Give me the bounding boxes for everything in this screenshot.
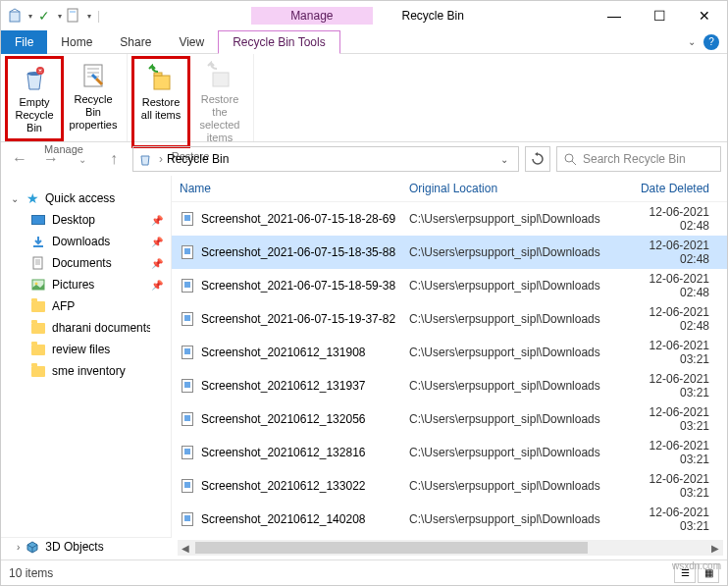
file-row[interactable]: Screenshot_20210612_132816C:\Users\erpsu… (172, 436, 727, 469)
file-date: 12-06-2021 02:48 (625, 239, 719, 266)
file-location: C:\Users\erpsupport_sipl\Downloads (409, 245, 625, 259)
nav-quick-access[interactable]: ⌄ ★ Quick access (1, 187, 171, 209)
file-location: C:\Users\erpsupport_sipl\Downloads (409, 312, 625, 326)
nav-review[interactable]: review files (1, 339, 171, 360)
file-icon (180, 445, 195, 460)
nav-pictures[interactable]: Pictures 📌 (1, 274, 171, 295)
file-name: Screenshot_2021-06-07-15-18-28-69 (201, 212, 409, 226)
search-box[interactable]: Search Recycle Bin (556, 146, 721, 172)
address-bin-icon (137, 151, 153, 167)
file-tab[interactable]: File (1, 30, 47, 54)
file-location: C:\Users\erpsupport_sipl\Downloads (409, 279, 625, 293)
qat-separator: | (97, 9, 100, 23)
scroll-right-button[interactable]: ▶ (707, 543, 723, 554)
file-row[interactable]: Screenshot_20210612_131908C:\Users\erpsu… (172, 336, 727, 369)
ribbon: Empty Recycle Bin Recycle Bin properties… (1, 54, 727, 142)
column-name[interactable]: Name (180, 182, 409, 195)
file-row[interactable]: Screenshot_20210612_133022C:\Users\erpsu… (172, 469, 727, 503)
svg-point-9 (565, 154, 573, 162)
maximize-button[interactable]: ☐ (637, 1, 682, 30)
share-tab[interactable]: Share (106, 31, 165, 53)
chevron-right-icon[interactable]: › (17, 542, 20, 553)
empty-bin-label: Empty Recycle Bin (10, 96, 59, 134)
nav-label: Documents (52, 256, 112, 270)
recycle-bin-properties-button[interactable]: Recycle Bin properties (64, 56, 123, 141)
nav-3d-objects[interactable]: › 3D Objects (1, 537, 172, 556)
file-name: Screenshot_20210612_131937 (201, 379, 409, 393)
file-name: Screenshot_2021-06-07-15-19-37-82 (201, 312, 409, 326)
file-location: C:\Users\erpsupport_sipl\Downloads (409, 379, 625, 393)
back-button[interactable]: ← (7, 146, 32, 172)
file-icon (180, 478, 195, 494)
qat-customize-dropdown[interactable]: ▾ (87, 12, 91, 21)
file-icon (180, 345, 195, 360)
main-area: ⌄ ★ Quick access Desktop 📌 Downloads 📌 D… (1, 176, 727, 555)
refresh-button[interactable] (525, 146, 550, 172)
scroll-thumb[interactable] (195, 542, 588, 554)
file-name: Screenshot_2021-06-07-15-18-35-88 (201, 245, 409, 259)
file-row[interactable]: Screenshot_2021-06-07-15-18-35-88C:\User… (172, 236, 727, 269)
address-box[interactable]: › Recycle Bin ⌄ (132, 146, 519, 172)
svg-rect-2 (70, 11, 76, 13)
folder-icon (30, 342, 46, 357)
pictures-icon (30, 277, 46, 293)
nav-label: 3D Objects (45, 540, 103, 554)
file-row[interactable]: Screenshot_2021-06-07-15-18-59-38C:\User… (172, 269, 727, 302)
restore-selected-button: Restore the selected items (190, 56, 249, 148)
qat-doc-icon[interactable] (64, 6, 83, 26)
chevron-down-icon[interactable]: ⌄ (11, 193, 21, 204)
nav-sme[interactable]: sme inventory (1, 360, 171, 382)
address-location: Recycle Bin (167, 152, 494, 166)
qat-check-dropdown[interactable]: ▾ (58, 12, 62, 21)
empty-recycle-bin-button[interactable]: Empty Recycle Bin (5, 56, 64, 141)
column-date[interactable]: Date Deleted (625, 182, 719, 195)
file-location: C:\Users\erpsupport_sipl\Downloads (409, 479, 625, 493)
svg-rect-10 (33, 257, 42, 269)
address-dropdown[interactable]: ⌄ (494, 154, 514, 165)
file-location: C:\Users\erpsupport_sipl\Downloads (409, 412, 625, 426)
svg-rect-7 (154, 73, 162, 76)
qat-bin-icon[interactable] (5, 6, 25, 26)
view-tab[interactable]: View (165, 31, 218, 53)
file-row[interactable]: Screenshot_20210612_140208C:\Users\erpsu… (172, 503, 727, 536)
restore-selected-icon (204, 60, 235, 91)
home-tab[interactable]: Home (47, 31, 106, 53)
close-button[interactable]: ✕ (682, 1, 727, 30)
nav-downloads[interactable]: Downloads 📌 (1, 231, 171, 252)
nav-documents[interactable]: Documents 📌 (1, 252, 171, 274)
navigation-pane: ⌄ ★ Quick access Desktop 📌 Downloads 📌 D… (1, 176, 172, 555)
file-date: 12-06-2021 03:21 (625, 506, 719, 533)
nav-label: Quick access (45, 191, 115, 205)
nav-desktop[interactable]: Desktop 📌 (1, 209, 171, 231)
folder-icon (30, 363, 46, 379)
file-row[interactable]: Screenshot_2021-06-07-15-18-28-69C:\User… (172, 202, 727, 236)
file-row[interactable]: Screenshot_20210612_131937C:\Users\erpsu… (172, 369, 727, 402)
pin-icon: 📌 (151, 258, 163, 269)
file-row[interactable]: Screenshot_2021-06-07-15-19-37-82C:\User… (172, 302, 727, 336)
minimize-button[interactable]: — (592, 1, 637, 30)
recycle-bin-tools-tab[interactable]: Recycle Bin Tools (218, 30, 340, 54)
search-icon (563, 152, 577, 166)
file-name: Screenshot_2021-06-07-15-18-59-38 (201, 279, 409, 293)
column-headers: Name Original Location Date Deleted (172, 176, 727, 202)
file-date: 12-06-2021 02:48 (625, 272, 719, 299)
help-button[interactable]: ? (703, 34, 719, 50)
qat-bin-dropdown[interactable]: ▾ (28, 12, 32, 21)
file-name: Screenshot_20210612_132816 (201, 446, 409, 459)
quick-access-toolbar: ▾ ✓ ▾ ▾ | (1, 6, 108, 26)
ribbon-group-manage: Empty Recycle Bin Recycle Bin properties… (1, 54, 128, 141)
nav-afp[interactable]: AFP (1, 295, 171, 317)
restore-all-button[interactable]: Restore all items (131, 56, 190, 148)
collapse-ribbon-button[interactable]: ⌄ (688, 36, 696, 47)
nav-dharani[interactable]: dharani documents (1, 317, 171, 339)
up-button[interactable]: ↑ (101, 146, 127, 172)
file-icon (180, 511, 195, 527)
file-row[interactable]: Screenshot_20210612_132056C:\Users\erpsu… (172, 402, 727, 436)
forward-button[interactable]: → (38, 146, 64, 172)
qat-check-icon[interactable]: ✓ (34, 6, 54, 26)
scroll-left-button[interactable]: ◀ (178, 543, 193, 554)
history-dropdown[interactable]: ⌄ (70, 146, 95, 172)
svg-rect-6 (154, 76, 170, 89)
horizontal-scrollbar[interactable]: ◀ ▶ (178, 540, 723, 556)
column-location[interactable]: Original Location (409, 182, 625, 195)
